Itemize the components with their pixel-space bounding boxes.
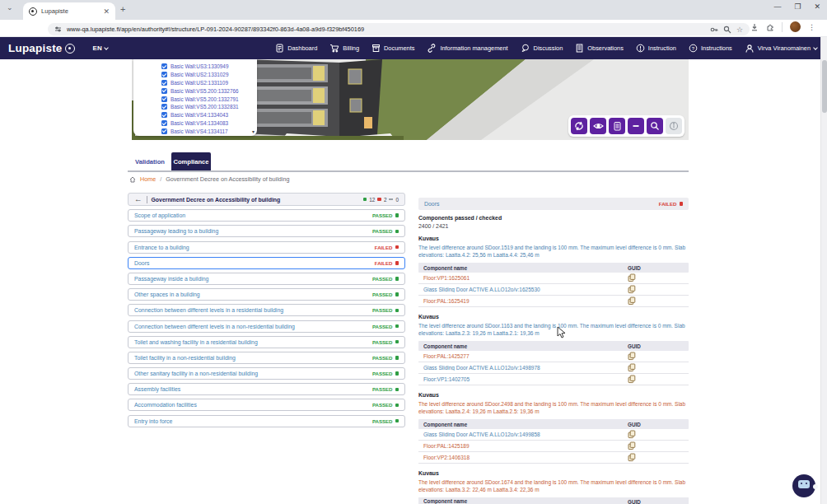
brand-logo[interactable]: Lupapiste: [8, 42, 75, 54]
layer-row[interactable]: Basic Wall:US3:1330949: [161, 63, 254, 71]
sync-button[interactable]: [571, 118, 587, 134]
component-link[interactable]: Floor:PAL:1625419: [423, 298, 628, 304]
checklist-item[interactable]: Scope of applicationPASSED: [128, 209, 405, 222]
nav-item-instructions[interactable]: ? Instructions: [689, 44, 732, 53]
layer-row[interactable]: Basic Wall:US2:1331029: [161, 71, 254, 79]
window-close-button[interactable]: ✕: [814, 2, 820, 11]
layer-row[interactable]: Basic Wall:VS5.200:1332791: [161, 95, 254, 103]
checklist-item[interactable]: Toilet facility in a non-residential bui…: [128, 352, 405, 364]
minimize-view-button[interactable]: [628, 118, 644, 134]
bookmark-star-icon[interactable]: ☆: [736, 26, 743, 34]
page-scrollbar[interactable]: [820, 37, 827, 504]
back-arrow-icon[interactable]: ←: [134, 195, 143, 203]
brand-name: Lupapiste: [8, 42, 63, 54]
report-list-button[interactable]: [609, 118, 625, 134]
copy-guid-icon[interactable]: [628, 453, 636, 462]
component-link[interactable]: Floor:PAL:1425189: [423, 443, 628, 449]
copy-guid-icon[interactable]: [628, 296, 636, 306]
checklist-item[interactable]: Accommodation facilitiesPASSED: [128, 399, 405, 411]
info-button[interactable]: [666, 118, 682, 134]
checkbox-checked-icon[interactable]: [161, 112, 167, 118]
table-row: Glass Sliding Door ACTIVE A.LLO12o/v:149…: [418, 429, 689, 441]
user-menu[interactable]: Virva Viranomainen: [745, 44, 817, 54]
nav-item-observations[interactable]: Observations: [575, 44, 624, 53]
home-icon[interactable]: [129, 176, 136, 183]
browser-tab[interactable]: Lupapiste ✕: [23, 2, 115, 20]
model-viewport[interactable]: Basic Wall:US3:1330949 Basic Wall:US2:13…: [132, 59, 689, 140]
checklist-item-doors-selected[interactable]: DoorsFAILED: [128, 257, 405, 269]
new-tab-button[interactable]: +: [120, 4, 125, 14]
tab-search-chevron-icon[interactable]: ⌄: [7, 3, 13, 12]
layer-row[interactable]: Basic Wall:VS4:1334083: [161, 119, 254, 128]
component-link[interactable]: Glass Sliding Door ACTIVE A.LLO12o/v:162…: [423, 287, 628, 292]
visibility-button[interactable]: [590, 118, 606, 134]
url-text[interactable]: www-qa.lupapiste.fi/app/en/authority#!/s…: [67, 26, 705, 33]
nav-item-billing[interactable]: Billing: [329, 44, 359, 53]
copy-guid-icon[interactable]: [628, 375, 636, 384]
layer-row[interactable]: Basic Wall:US2:1331109: [161, 79, 254, 87]
copy-guid-icon[interactable]: [628, 285, 636, 294]
checkbox-checked-icon[interactable]: [161, 80, 167, 86]
layer-label: Basic Wall:VS5.200:1332766: [171, 88, 239, 94]
checklist-item[interactable]: Toilet and washing facility in a residen…: [128, 336, 405, 348]
nav-item-dashboard[interactable]: Dashboard: [275, 44, 317, 53]
tab-close-icon[interactable]: ✕: [103, 7, 110, 16]
panel-scroll-arrow-icon[interactable]: ▾: [252, 128, 255, 134]
checklist-item[interactable]: Other sanitary facility in a non-residen…: [128, 367, 405, 380]
checklist-item[interactable]: Assembly facilitiesPASSED: [128, 383, 405, 395]
layer-row[interactable]: Basic Wall:VS4:1334117: [161, 127, 254, 135]
component-link[interactable]: Glass Sliding Door ACTIVE A.LLO12o/v:149…: [423, 365, 628, 371]
checklist-item[interactable]: Entrance to a buildingFAILED: [128, 241, 405, 254]
component-link[interactable]: Floor:VP1:1625061: [423, 275, 628, 281]
checklist-item[interactable]: Passageway leading to a buildingPASSED: [128, 225, 405, 237]
checkbox-checked-icon[interactable]: [161, 88, 167, 94]
nav-item-documents[interactable]: Documents: [371, 44, 414, 53]
extensions-icon[interactable]: [766, 23, 774, 31]
copy-guid-icon[interactable]: [628, 441, 636, 450]
address-bar[interactable]: www-qa.lupapiste.fi/app/en/authority#!/s…: [48, 23, 750, 35]
checklist-item[interactable]: Connection between different levels in a…: [128, 304, 405, 316]
nav-item-discussion[interactable]: Discussion: [521, 44, 563, 53]
zoom-icon[interactable]: [723, 26, 731, 34]
browser-menu-icon[interactable]: ⋮: [808, 23, 815, 31]
component-link[interactable]: Floor:PAL:1425277: [423, 353, 628, 359]
search-model-button[interactable]: [647, 118, 663, 134]
checklist-item[interactable]: Connection between different levels in a…: [128, 320, 405, 333]
passwords-key-icon[interactable]: [710, 26, 718, 34]
copy-guid-icon[interactable]: [628, 430, 636, 439]
component-link[interactable]: Floor:VP1:1402705: [423, 376, 628, 382]
nav-item-information-management[interactable]: Information management: [427, 44, 507, 53]
copy-guid-icon[interactable]: [628, 363, 636, 372]
model-layers-panel[interactable]: Basic Wall:US3:1330949 Basic Wall:US2:13…: [133, 59, 257, 136]
profile-avatar[interactable]: [790, 21, 801, 32]
scrollbar-thumb[interactable]: [822, 60, 827, 113]
window-minimize-button[interactable]: —: [773, 2, 781, 11]
checkbox-checked-icon[interactable]: [161, 72, 167, 77]
copy-guid-icon[interactable]: [628, 273, 636, 282]
checkbox-checked-icon[interactable]: [161, 63, 167, 69]
site-favicon-icon: [29, 7, 37, 16]
checklist-item[interactable]: Other spaces in a buildingPASSED: [128, 288, 405, 301]
nav-item-instruction[interactable]: Instruction: [636, 44, 676, 53]
checklist-item[interactable]: Passageway inside a buildingPASSED: [128, 273, 405, 285]
copy-guid-icon[interactable]: [628, 352, 636, 361]
layer-row[interactable]: Basic Wall:VS5.200:1332831: [161, 103, 254, 111]
chatbot-button[interactable]: [792, 474, 815, 497]
window-maximize-button[interactable]: ❐: [794, 2, 801, 11]
language-selector[interactable]: EN: [93, 44, 108, 52]
breadcrumb-home-link[interactable]: Home: [140, 175, 156, 183]
checkbox-checked-icon[interactable]: [161, 128, 167, 134]
component-link[interactable]: Floor:VP2:1406318: [423, 455, 628, 460]
checkbox-checked-icon[interactable]: [161, 96, 167, 102]
site-settings-icon[interactable]: [54, 26, 62, 33]
layer-row[interactable]: Basic Wall:VS5.200:1332766: [161, 86, 254, 95]
checkbox-checked-icon[interactable]: [161, 120, 167, 126]
download-icon[interactable]: [750, 23, 759, 31]
checkbox-checked-icon[interactable]: [161, 104, 167, 110]
tab-validation[interactable]: Validation: [129, 152, 171, 170]
layer-row[interactable]: Basic Wall:VS4:1334043: [161, 111, 254, 119]
tab-compliance[interactable]: Compliance: [171, 152, 211, 170]
checklist-item[interactable]: Entry into forcePASSED: [128, 415, 405, 427]
failure-section: Kuvaus The level difference around SDoor…: [418, 470, 689, 504]
component-link[interactable]: Glass Sliding Door ACTIVE A.LLO12o/v:149…: [423, 432, 628, 437]
